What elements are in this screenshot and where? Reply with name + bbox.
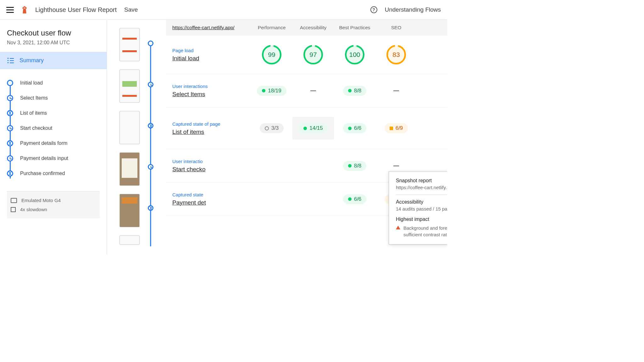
thumbnail[interactable]	[119, 152, 140, 186]
step-label: Select Items	[20, 95, 48, 101]
score-cell: —	[375, 87, 417, 94]
clock-icon	[7, 155, 13, 162]
help-icon[interactable]: ?	[370, 6, 377, 13]
score-cell[interactable]: 3/3	[251, 123, 292, 133]
sidebar-step[interactable]: Payment details input	[7, 151, 100, 166]
score-cell[interactable]: 14/15	[292, 117, 334, 140]
score-cell[interactable]: 18/19	[251, 86, 292, 96]
save-button[interactable]: Save	[124, 6, 138, 13]
timeline-node	[148, 41, 153, 46]
environment-info: Emulated Moto G4 4x slowdown	[7, 191, 100, 218]
pill: 18/19	[257, 86, 286, 96]
col-performance: Performance	[251, 25, 292, 30]
url-link[interactable]: https://coffee-cart.netlify.app/	[172, 25, 251, 30]
col-accessibility: Accessibility	[292, 25, 334, 30]
row-type: Captured state	[172, 192, 251, 197]
row-type: Page load	[172, 48, 251, 53]
row-type: User interactio	[172, 159, 251, 164]
clock-icon	[7, 95, 13, 101]
tooltip-url: https://coffee-cart.netlify.app/cart	[396, 185, 447, 195]
sidebar-step[interactable]: Initial load	[7, 75, 100, 90]
understanding-flows-link[interactable]: Understanding Flows	[385, 6, 441, 13]
pill: 3/3	[260, 123, 284, 133]
row-name-link[interactable]: Select Items	[172, 91, 251, 98]
thumbnail[interactable]	[119, 194, 140, 227]
row-name-link[interactable]: List of items	[172, 129, 251, 135]
gauge: 99	[262, 45, 281, 64]
cpu-icon	[11, 207, 16, 212]
score-cell[interactable]: 97	[292, 45, 334, 64]
aperture-icon	[7, 140, 13, 146]
timeline-node	[148, 205, 153, 211]
score-cell[interactable]: 6/6	[334, 194, 375, 204]
step-label: Payment details form	[20, 140, 67, 146]
menu-icon[interactable]	[6, 7, 14, 13]
score-cell[interactable]: 6/9	[375, 123, 417, 133]
report-title: Lighthouse User Flow Report	[35, 6, 117, 14]
pill: 6/6	[343, 194, 367, 204]
aperture-icon	[7, 170, 13, 177]
row-name-link[interactable]: Payment det	[172, 199, 251, 206]
sidebar-step[interactable]: Purchase confirmed	[7, 166, 100, 181]
pill: 8/8	[343, 86, 367, 96]
table-row: Page loadInitial load999710083	[166, 36, 447, 74]
col-best-practices: Best Practices	[334, 25, 375, 30]
sidebar-step[interactable]: Select Items	[7, 90, 100, 106]
tooltip: Snapshot report https://coffee-cart.netl…	[389, 171, 447, 244]
sidebar-step[interactable]: List of items	[7, 106, 100, 121]
col-seo: SEO	[375, 25, 417, 30]
score-cell[interactable]: 99	[251, 45, 292, 64]
gauge: 97	[303, 45, 323, 64]
thumbnail[interactable]	[119, 111, 140, 144]
lighthouse-logo-icon	[21, 6, 28, 14]
clock-icon	[7, 125, 13, 131]
score-cell[interactable]: 6/6	[334, 123, 375, 133]
step-label: Start checkout	[20, 125, 52, 131]
tooltip-title: Snapshot report	[396, 178, 447, 184]
timeline-node	[148, 164, 153, 170]
table-row: User interactionsSelect Items18/19—8/8—	[166, 74, 447, 107]
score-cell: —	[375, 162, 417, 169]
score-cell[interactable]: 100	[334, 45, 375, 64]
svg-rect-0	[24, 8, 25, 8]
gauge: 100	[345, 45, 364, 64]
row-type: Captured state of page	[172, 121, 251, 127]
tooltip-category: Accessibility	[396, 199, 423, 205]
warning-triangle-icon	[396, 226, 400, 229]
score-cell[interactable]: 8/8	[334, 86, 375, 96]
thumbnail[interactable]	[119, 28, 140, 61]
pill: 14/15	[298, 123, 328, 133]
flow-title: Checkout user flow	[7, 29, 100, 37]
device-label: Emulated Moto G4	[21, 198, 61, 203]
score-cell: —	[292, 87, 334, 94]
score-cell[interactable]: 8/8	[334, 161, 375, 171]
step-label: Purchase confirmed	[20, 171, 65, 176]
timeline-node	[148, 123, 153, 129]
summary-label: Summary	[19, 57, 44, 64]
device-icon	[11, 198, 17, 203]
aperture-icon	[7, 110, 13, 116]
step-label: List of items	[20, 110, 47, 116]
sidebar: Checkout user flow Nov 3, 2021, 12:00 AM…	[0, 20, 107, 255]
pill: 8/8	[343, 161, 367, 171]
sidebar-step[interactable]: Start checkout	[7, 121, 100, 136]
sidebar-step[interactable]: Payment details form	[7, 136, 100, 151]
score-cell[interactable]: 83	[375, 45, 417, 64]
table-header: https://coffee-cart.netlify.app/ Perform…	[166, 20, 447, 36]
tooltip-impact-title: Highest impact	[396, 217, 447, 222]
tooltip-impact-text: Background and foreground colors do not …	[403, 225, 447, 238]
table-row: Captured state of pageList of items3/314…	[166, 107, 447, 149]
thumbnail[interactable]	[119, 69, 140, 103]
gauge: 83	[386, 45, 406, 64]
sidebar-summary[interactable]: Summary	[0, 52, 107, 69]
row-name-link[interactable]: Start checko	[172, 166, 251, 173]
flow-date: Nov 3, 2021, 12:00 AM UTC	[7, 40, 100, 46]
step-label: Initial load	[20, 80, 43, 86]
step-label: Payment details input	[20, 156, 68, 161]
cpu-label: 4x slowdown	[20, 207, 47, 212]
row-name-link[interactable]: Initial load	[172, 55, 251, 62]
list-icon	[8, 58, 14, 63]
row-type: User interactions	[172, 84, 251, 89]
thumbnail[interactable]	[119, 235, 140, 245]
circle-icon	[7, 80, 13, 86]
